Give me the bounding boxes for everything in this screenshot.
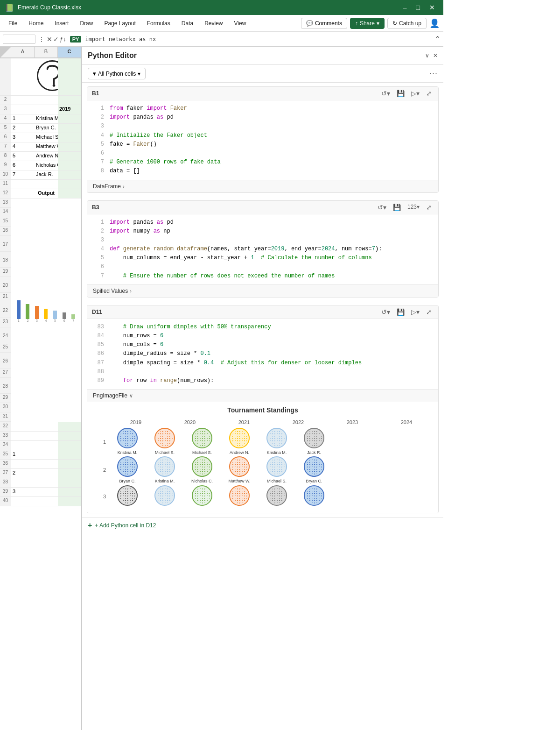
menu-review[interactable]: Review [200, 18, 227, 28]
cell-a3[interactable] [11, 105, 35, 114]
expand-icon[interactable]: ⋮ [37, 35, 46, 44]
code-line: 2import pandas as pd [87, 113, 438, 122]
formula-content[interactable]: import networkx as nx [85, 36, 433, 43]
player-bubble [266, 485, 287, 506]
catchup-button[interactable]: ↻ Catch up [387, 18, 427, 29]
player-bubble [154, 456, 175, 477]
player-andrewN-2022: Andrew N. [221, 428, 258, 455]
table-row: 33 [0, 432, 81, 441]
code-line: 87 dimple_spacing = size * 0.4 # Adjust … [87, 359, 438, 368]
player-michaels-2020: Michael S. [146, 428, 183, 455]
rank-2-players: Bryan C. Kristina M. Nicho [109, 456, 333, 484]
player-r3-2024 [295, 485, 333, 508]
cancel-icon[interactable]: ✕ [47, 35, 52, 43]
select-all-icon[interactable] [0, 47, 11, 58]
player-bubble [304, 485, 324, 506]
col-header-c[interactable]: C [58, 47, 81, 58]
comments-button[interactable]: 💬 Comments [301, 18, 347, 29]
minimize-button[interactable]: – [399, 3, 411, 12]
output-bar-b1[interactable]: DataFrame › [87, 180, 438, 192]
rank-3-players [109, 485, 333, 508]
menu-view[interactable]: View [230, 18, 251, 28]
close-editor-icon[interactable]: ✕ [433, 52, 438, 59]
add-python-cell-bar[interactable]: + + Add Python cell in D12 [82, 517, 443, 533]
logo-row [0, 58, 81, 96]
table-row: 5 2 Bryan C. [0, 124, 81, 133]
cell-c1[interactable] [58, 58, 81, 95]
cell-c3[interactable]: 2019 [58, 105, 81, 114]
code-cell-b3: B3 ↺▾ 💾 123▾ ⤢ 1import pandas as pd 2imp… [87, 200, 439, 298]
code-line: 3 [87, 122, 438, 131]
row-num-2: 2 [0, 96, 11, 105]
save-icon[interactable]: 💾 [395, 89, 406, 98]
menu-data[interactable]: Data [177, 18, 198, 28]
menu-file[interactable]: File [4, 18, 22, 28]
confirm-icon[interactable]: ✓ [53, 35, 59, 43]
add-icon: + [88, 521, 92, 530]
table-row: 37 2 [0, 469, 81, 478]
close-button[interactable]: ✕ [426, 3, 439, 12]
code-area-b3: 1import pandas as pd 2import numpy as np… [87, 214, 438, 284]
filter-button[interactable]: ▾ All Python cells ▾ [88, 68, 146, 79]
player-bubble [117, 485, 138, 506]
player-bubble [229, 428, 250, 448]
cell-b2[interactable] [35, 96, 58, 105]
function-icon[interactable]: ƒ↓ [60, 35, 66, 43]
undo-icon[interactable]: ↺▾ [379, 307, 392, 317]
rank-label-3: 3 [92, 494, 109, 499]
corner-cell [0, 47, 11, 58]
run-icon[interactable]: ▷▾ [409, 89, 421, 98]
filter-dropdown-icon: ▾ [138, 71, 140, 77]
editor-header-icons: ∨ ✕ [425, 52, 438, 59]
formula-expand-icon[interactable]: ⌃ [434, 35, 441, 43]
output-arrow-b1: › [123, 184, 125, 189]
python-editor-panel: Python Editor ∨ ✕ ▾ All Python cells ▾ ·… [82, 47, 443, 730]
undo-icon[interactable]: ↺▾ [379, 89, 392, 98]
profile-icon[interactable]: 👤 [429, 18, 440, 28]
menu-formulas[interactable]: Formulas [142, 18, 175, 28]
share-button[interactable]: ↑ Share ▾ [350, 18, 385, 29]
menu-draw[interactable]: Draw [75, 18, 98, 28]
code-cell-d11: D11 ↺▾ 💾 ▷▾ ⤢ 83 # Draw uniform dimples … [87, 305, 439, 513]
undo-icon[interactable]: ↺▾ [376, 203, 388, 212]
rank-label-1: 1 [92, 439, 109, 445]
menu-home[interactable]: Home [24, 18, 48, 28]
formula-bar: D11 ⋮ ✕ ✓ ƒ↓ PY import networkx as nx ⌃ [0, 32, 443, 47]
col-header-b[interactable]: B [35, 47, 58, 58]
code-line: 8data = [] [87, 167, 438, 176]
table-row: 4 1 Kristina M. [0, 114, 81, 124]
save-icon[interactable]: 💾 [391, 203, 403, 212]
menu-page-layout[interactable]: Page Layout [99, 18, 140, 28]
maximize-button[interactable]: □ [413, 3, 424, 12]
table-row: 10 7 Jack R. [0, 170, 81, 180]
excel-icon: 📗 [5, 3, 14, 12]
expand-icon[interactable]: ⤢ [424, 89, 434, 98]
cell-c2[interactable] [58, 96, 81, 105]
more-options-button[interactable]: ··· [429, 69, 438, 78]
expand-icon[interactable]: ⤢ [424, 203, 434, 212]
code-line: 1import pandas as pd [87, 218, 438, 227]
add-cell-label: + Add Python cell in D12 [95, 522, 156, 529]
cell-a1[interactable] [11, 58, 35, 95]
collapse-editor-icon[interactable]: ∨ [425, 52, 429, 59]
code-cell-b1: B1 ↺▾ 💾 ▷▾ ⤢ 1from faker import Faker 2i… [87, 86, 439, 193]
cell-a2[interactable] [11, 96, 35, 105]
run-icon[interactable]: 123▾ [406, 203, 421, 212]
col-header-a[interactable]: A [11, 47, 35, 58]
logo-svg [36, 59, 58, 92]
share-icon: ↑ [355, 20, 358, 27]
output-bar-d11[interactable]: PngImageFile ∨ [87, 389, 438, 402]
player-bubble [192, 485, 212, 506]
output-bar-b3[interactable]: Spilled Values › [87, 284, 438, 297]
cell-b3[interactable] [35, 105, 58, 114]
player-michaels-2023: Michael S. [258, 456, 295, 484]
filter-label: All Python cells [98, 71, 136, 77]
chart-output-cell[interactable]: 1 2 3 4 5 6 7 [11, 198, 81, 422]
save-icon[interactable]: 💾 [395, 307, 406, 317]
menu-insert[interactable]: Insert [50, 18, 73, 28]
cell-b1[interactable] [35, 58, 58, 95]
cell-reference-input[interactable]: D11 [3, 35, 35, 44]
run-icon[interactable]: ▷▾ [409, 307, 421, 317]
expand-icon[interactable]: ⤢ [424, 307, 434, 317]
spreadsheet: A B C 2 3 [0, 47, 82, 730]
